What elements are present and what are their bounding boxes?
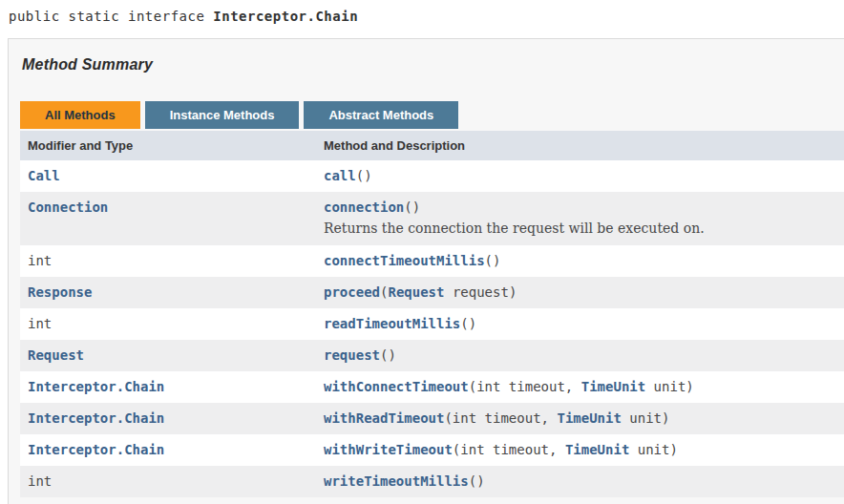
table-row: intconnectTimeoutMillis() — [20, 245, 844, 277]
method-and-description-cell: readTimeoutMillis() — [316, 308, 844, 340]
signature-text: () — [380, 347, 396, 363]
modifier-and-type-cell: Interceptor.Chain — [20, 371, 316, 403]
table-row: Responseproceed(Request request) — [20, 277, 844, 308]
method-link[interactable]: connection — [324, 200, 404, 215]
tab-instance-methods[interactable]: Instance Methods — [145, 101, 300, 129]
method-summary-table: Modifier and Type Method and Description… — [20, 131, 844, 497]
method-and-description-cell: connection()Returns the connection the r… — [316, 192, 844, 245]
table-row: intwriteTimeoutMillis() — [20, 466, 844, 497]
method-link[interactable]: connectTimeoutMillis — [324, 253, 485, 268]
method-link[interactable]: call — [324, 168, 356, 183]
type-text: int — [28, 253, 52, 268]
method-link[interactable]: Request — [388, 284, 444, 300]
signature-text: unit) — [622, 410, 670, 426]
modifier-and-type-cell: Request — [20, 340, 316, 371]
table-row: Requestrequest() — [20, 340, 844, 371]
method-link[interactable]: TimeUnit — [581, 379, 645, 394]
column-header-modifier-and-type: Modifier and Type — [20, 131, 316, 160]
method-link[interactable]: readTimeoutMillis — [324, 316, 460, 331]
method-and-description-cell: request() — [316, 340, 844, 371]
method-link[interactable]: request — [324, 347, 380, 363]
signature-text: () — [404, 200, 420, 215]
modifier-and-type-cell: Interceptor.Chain — [20, 403, 316, 434]
column-header-method-and-description: Method and Description — [316, 131, 844, 160]
method-link[interactable]: withConnectTimeout — [324, 379, 469, 394]
method-and-description-cell: writeTimeoutMillis() — [316, 466, 844, 497]
tab-all-methods[interactable]: All Methods — [20, 101, 140, 129]
modifier-and-type-cell: int — [20, 245, 316, 277]
method-and-description-cell: proceed(Request request) — [316, 277, 844, 308]
modifier-and-type-cell: int — [20, 466, 316, 497]
table-row: Connectionconnection()Returns the connec… — [20, 192, 844, 245]
table-row: intreadTimeoutMillis() — [20, 308, 844, 340]
signature-text: (int timeout, — [469, 379, 581, 394]
signature-text: unit) — [645, 379, 694, 394]
table-row: Interceptor.ChainwithWriteTimeout(int ti… — [20, 434, 844, 466]
type-text: int — [28, 316, 52, 331]
type-link[interactable]: Interceptor.Chain — [28, 442, 164, 457]
signature-text: () — [460, 316, 476, 331]
type-link[interactable]: Response — [28, 284, 92, 300]
type-link[interactable]: Connection — [28, 200, 108, 215]
method-and-description-cell: call() — [316, 160, 844, 192]
signature-text: request) — [444, 284, 517, 300]
method-link[interactable]: proceed — [324, 284, 380, 300]
table-header-row: Modifier and Type Method and Description — [20, 131, 844, 160]
declaration-modifiers: public static interface — [9, 9, 213, 24]
signature-text: unit) — [629, 442, 678, 457]
signature-text: () — [356, 168, 372, 183]
signature-text: (int timeout, — [453, 442, 565, 457]
method-link[interactable]: TimeUnit — [557, 410, 621, 426]
modifier-and-type-cell: Call — [20, 160, 316, 192]
method-link[interactable]: withWriteTimeout — [324, 442, 453, 457]
declaration-class-name: Interceptor.Chain — [213, 9, 358, 24]
method-description: Returns the connection the request will … — [324, 220, 840, 237]
type-link[interactable]: Interceptor.Chain — [28, 410, 164, 426]
type-link[interactable]: Call — [28, 168, 60, 183]
method-and-description-cell: connectTimeoutMillis() — [316, 245, 844, 277]
modifier-and-type-cell: int — [20, 308, 316, 340]
type-link[interactable]: Request — [28, 347, 84, 363]
table-row: Interceptor.ChainwithReadTimeout(int tim… — [20, 403, 844, 434]
method-link[interactable]: TimeUnit — [565, 442, 629, 457]
modifier-and-type-cell: Connection — [20, 192, 316, 245]
table-row: Interceptor.ChainwithConnectTimeout(int … — [20, 371, 844, 403]
table-row: Callcall() — [20, 160, 844, 192]
class-declaration: public static interface Interceptor.Chai… — [0, 0, 844, 24]
signature-text: () — [485, 253, 501, 268]
method-and-description-cell: withReadTimeout(int timeout, TimeUnit un… — [316, 403, 844, 434]
tab-abstract-methods[interactable]: Abstract Methods — [304, 101, 458, 129]
signature-text: () — [469, 473, 485, 489]
modifier-and-type-cell: Response — [20, 277, 316, 308]
modifier-and-type-cell: Interceptor.Chain — [20, 434, 316, 466]
method-summary-panel: Method Summary All MethodsInstance Metho… — [8, 38, 844, 504]
method-link[interactable]: withReadTimeout — [324, 410, 444, 426]
method-and-description-cell: withWriteTimeout(int timeout, TimeUnit u… — [316, 434, 844, 466]
type-link[interactable]: Interceptor.Chain — [28, 379, 164, 394]
signature-text: (int timeout, — [444, 410, 557, 426]
section-title: Method Summary — [22, 56, 844, 74]
type-text: int — [28, 473, 52, 489]
method-link[interactable]: writeTimeoutMillis — [324, 473, 469, 489]
method-and-description-cell: withConnectTimeout(int timeout, TimeUnit… — [316, 371, 844, 403]
method-filter-tabs: All MethodsInstance MethodsAbstract Meth… — [20, 101, 844, 129]
